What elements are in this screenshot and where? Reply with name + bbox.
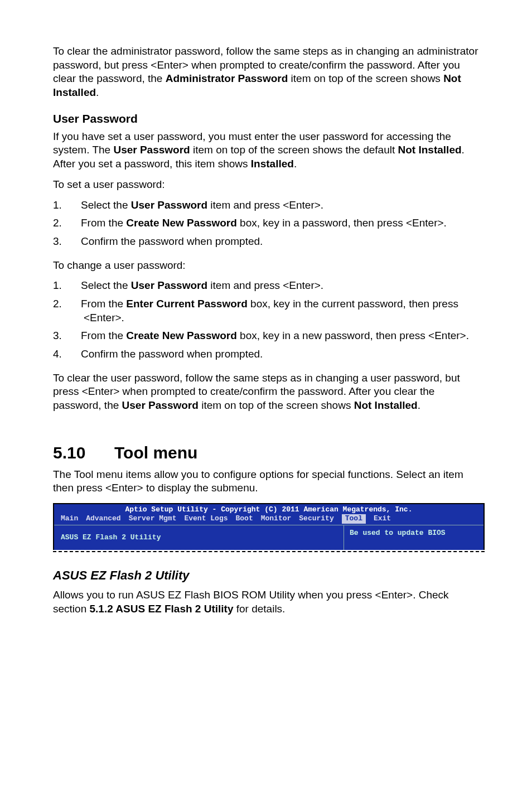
list-item: 4.Confirm the password when prompted. xyxy=(53,347,485,361)
step-number: 2. xyxy=(53,216,81,230)
bios-right-pane: Be used to update BIOS xyxy=(344,525,483,550)
bold: Installed xyxy=(251,158,294,170)
text: . xyxy=(96,86,99,98)
step-number: 3. xyxy=(53,329,81,343)
bold: Administrator Password xyxy=(166,73,288,84)
text: box, key in a password, then press <Ente… xyxy=(237,217,447,229)
bold: User Password xyxy=(131,199,207,211)
section-title: Tool menu xyxy=(114,443,197,462)
bios-menu: MainAdvancedServer MgmtEvent LogsBootMon… xyxy=(54,514,483,524)
step-number: 2. xyxy=(53,297,81,311)
text: Confirm the password when prompted. xyxy=(81,235,263,247)
step-number: 4. xyxy=(53,347,81,361)
text: From the xyxy=(81,217,126,229)
tool-intro: The Tool menu items allow you to configu… xyxy=(53,468,485,495)
to-set-label: To set a user password: xyxy=(53,178,485,192)
list-item: 1.Select the User Password item and pres… xyxy=(53,199,485,212)
bold: Create New Password xyxy=(126,330,237,341)
bios-menu-item: Exit xyxy=(374,514,391,523)
set-steps-list: 1.Select the User Password item and pres… xyxy=(53,199,485,249)
user-password-intro: If you have set a user password, you mus… xyxy=(53,130,485,171)
bold: Enter Current Password xyxy=(126,298,248,310)
clear-user-para: To clear the user password, follow the s… xyxy=(53,371,485,413)
list-item: 3.Confirm the password when prompted. xyxy=(53,235,485,249)
bios-menu-item: Server Mgmt xyxy=(129,514,177,523)
text: From the xyxy=(81,298,126,310)
text: From the xyxy=(81,330,126,341)
bios-screenshot: Aptio Setup Utility - Copyright (C) 2011… xyxy=(53,503,485,550)
step-number: 3. xyxy=(53,235,81,249)
text: item on top of the screen shows xyxy=(288,73,443,84)
bold: User Password xyxy=(113,144,190,156)
text: for details. xyxy=(233,603,285,615)
bold: 5.1.2 ASUS EZ Flash 2 Utility xyxy=(89,603,233,615)
list-item: 2.From the Enter Current Password box, k… xyxy=(53,297,485,325)
section-heading: 5.10Tool menu xyxy=(53,443,485,462)
to-change-label: To change a user password: xyxy=(53,259,485,273)
bios-left-pane: ASUS EZ Flash 2 Utility xyxy=(54,525,344,550)
clear-admin-para: To clear the administrator password, fol… xyxy=(53,45,485,100)
step-number: 1. xyxy=(53,279,81,293)
list-item: 2.From the Create New Password box, key … xyxy=(53,216,485,230)
section-number: 5.10 xyxy=(53,443,114,462)
bold: User Password xyxy=(131,279,207,291)
change-steps-list: 1.Select the User Password item and pres… xyxy=(53,279,485,361)
text: box, key in a new password, then press <… xyxy=(237,330,469,341)
bios-title: Aptio Setup Utility - Copyright (C) 2011… xyxy=(54,504,483,514)
ez-flash-para: Allows you to run ASUS EZ Flash BIOS ROM… xyxy=(53,588,485,616)
ez-flash-heading: ASUS EZ Flash 2 Utility xyxy=(53,568,485,583)
bios-menu-item: Boot xyxy=(235,514,253,523)
list-item: 1.Select the User Password item and pres… xyxy=(53,279,485,293)
user-password-heading: User Password xyxy=(53,112,485,125)
bios-menu-item: Main xyxy=(61,514,78,523)
step-number: 1. xyxy=(53,199,81,212)
bios-menu-item: Event Logs xyxy=(184,514,228,523)
text: item and press <Enter>. xyxy=(207,279,323,291)
bios-menu-item: Tool xyxy=(342,514,366,523)
bios-menu-item: Advanced xyxy=(86,514,120,523)
text: Confirm the password when prompted. xyxy=(81,348,263,360)
text: item and press <Enter>. xyxy=(207,199,323,211)
text: . xyxy=(418,399,420,411)
text: . xyxy=(294,158,297,170)
bios-menu-item: Security xyxy=(299,514,333,523)
torn-edge xyxy=(53,549,485,554)
bold: Not Installed xyxy=(398,144,462,156)
bios-menu-item: Monitor xyxy=(261,514,292,523)
text: Select the xyxy=(81,279,131,291)
text: item on top of the screen shows the defa… xyxy=(190,144,398,156)
text: Select the xyxy=(81,199,131,211)
list-item: 3.From the Create New Password box, key … xyxy=(53,329,485,343)
bold: Create New Password xyxy=(126,217,237,229)
text: item on top of the screen shows xyxy=(199,399,354,411)
bold: User Password xyxy=(122,399,199,411)
bold: Not Installed xyxy=(354,399,418,411)
